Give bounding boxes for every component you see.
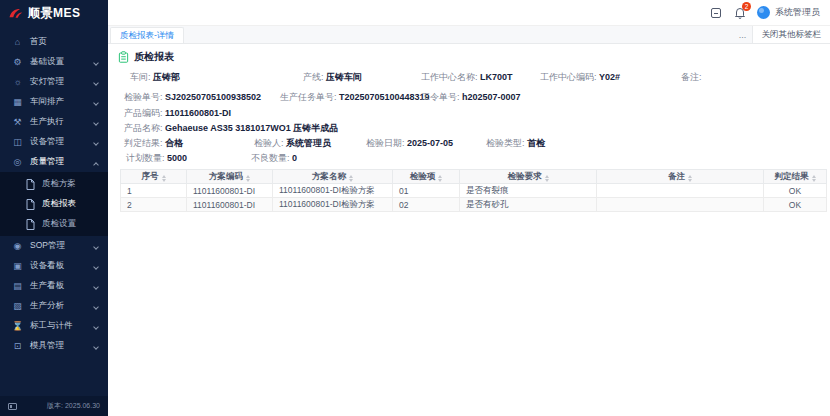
sidebar-item-label: 基础设置 xyxy=(30,56,64,68)
sidebar-item-standard-work-piecework[interactable]: ⌛ 标工与计件 xyxy=(0,316,108,336)
production-execution-icon: ⚒ xyxy=(12,118,23,127)
sidebar-item-workshop-scheduling[interactable]: ▦ 车间排产 xyxy=(0,92,108,112)
standard-work-piecework-icon: ⌛ xyxy=(12,322,23,331)
document-icon xyxy=(26,219,35,230)
column-header-inspection-item[interactable]: 检验项 xyxy=(393,170,460,184)
column-header-seq[interactable]: 序号 xyxy=(121,170,187,184)
sort-icon[interactable] xyxy=(545,175,549,182)
column-header-label: 备注 xyxy=(668,171,685,181)
field-label: 检验日期 xyxy=(366,138,407,148)
sort-icon[interactable] xyxy=(438,175,442,182)
field-inspection-date: 检验日期2025-07-05 xyxy=(366,137,453,150)
sidebar-subitem-inspection-plan[interactable]: 质检方案 xyxy=(0,174,108,194)
sidebar-item-label: 设备管理 xyxy=(30,136,64,148)
sidebar-item-label: 生产执行 xyxy=(30,116,64,128)
cell-judge-result: OK xyxy=(764,198,827,212)
tab-more-button[interactable]: ... xyxy=(734,26,752,43)
equipment-board-icon: ▣ xyxy=(12,262,23,271)
sidebar-item-home[interactable]: ⌂ 首页 xyxy=(0,32,108,52)
home-icon: ⌂ xyxy=(12,38,23,47)
field-remark: 备注 xyxy=(681,71,702,84)
field-value: 首检 xyxy=(527,138,545,148)
field-inspection-type: 检验类型首检 xyxy=(486,137,545,150)
sidebar-item-production-analysis[interactable]: ▧ 生产分析 xyxy=(0,296,108,316)
column-header-inspection-requirement[interactable]: 检验要求 xyxy=(460,170,597,184)
sidebar-subitem-inspection-settings[interactable]: 质检设置 xyxy=(0,214,108,234)
field-workshop: 车间压铸部 xyxy=(130,71,180,84)
sidebar-subitem-inspection-report[interactable]: 质检报表 xyxy=(0,194,108,214)
sidebar-item-basic-settings[interactable]: ⚙ 基础设置 xyxy=(0,52,108,72)
logo: 顺景MES xyxy=(0,0,108,26)
notification-badge: 2 xyxy=(742,2,751,11)
sidebar-collapse-icon[interactable] xyxy=(8,403,17,410)
column-header-label: 方案编码 xyxy=(209,171,243,181)
field-value: 压铸部 xyxy=(153,72,180,82)
user-menu[interactable]: 系统管理员 xyxy=(757,6,820,19)
field-label: 车间 xyxy=(130,72,153,82)
column-header-plan-name[interactable]: 方案名称 xyxy=(273,170,393,184)
cell-remark xyxy=(597,198,764,212)
field-work-center-code: 工作中心编码Y02# xyxy=(540,71,620,84)
fullscreen-icon[interactable] xyxy=(709,6,722,19)
field-judge-result: 判定结果合格 xyxy=(124,137,183,150)
sidebar-item-label: 首页 xyxy=(30,36,47,48)
chevron-down-icon xyxy=(93,120,99,126)
document-icon xyxy=(26,179,35,190)
sidebar-item-andon-management[interactable]: ☼ 安灯管理 xyxy=(0,72,108,92)
field-label: 备注 xyxy=(681,72,702,82)
tabbar-spacer xyxy=(184,26,734,43)
notification-bell-icon[interactable]: 2 xyxy=(733,6,746,19)
field-value: LK700T xyxy=(480,72,513,82)
column-header-plan-code[interactable]: 方案编码 xyxy=(187,170,273,184)
basic-settings-icon: ⚙ xyxy=(12,58,23,67)
sidebar-item-production-board[interactable]: ▤ 生产看板 xyxy=(0,276,108,296)
sidebar-item-sop-management[interactable]: ◉ SOP管理 xyxy=(0,236,108,256)
field-defect-qty: 不良数量0 xyxy=(251,152,297,165)
field-label: 产线 xyxy=(303,72,326,82)
cell-plan-code: 11011600801-DI xyxy=(187,198,273,212)
field-value: 2025-07-05 xyxy=(407,138,453,148)
sort-icon[interactable] xyxy=(812,175,816,182)
avatar xyxy=(757,6,770,19)
sidebar-item-equipment-management[interactable]: ◫ 设备管理 xyxy=(0,132,108,152)
column-header-judge-result[interactable]: 判定结果 xyxy=(764,170,827,184)
sidebar-item-label: 模具管理 xyxy=(30,340,64,352)
quality-management-icon: ◎ xyxy=(12,158,23,167)
sort-icon[interactable] xyxy=(162,175,166,182)
sort-icon[interactable] xyxy=(246,175,250,182)
field-value: Gehaeuse AS35 3181017WO1 压铸半成品 xyxy=(165,123,338,133)
page-title: 质检报表 xyxy=(134,50,174,64)
production-board-icon: ▤ xyxy=(12,282,23,291)
field-plan-qty: 计划数量5000 xyxy=(126,152,187,165)
quality-submenu: 质检方案 质检报表 质检设置 xyxy=(0,172,108,236)
sidebar: 顺景MES ⌂ 首页 ⚙ 基础设置 ☼ 安灯管理 ▦ 车间排产 xyxy=(0,0,108,416)
table-row[interactable]: 2 11011600801-DI 11011600801-DI检验方案 02 是… xyxy=(121,198,827,212)
tabbar: 质检报表-详情 ... 关闭其他标签栏 xyxy=(108,26,830,44)
chevron-down-icon xyxy=(93,100,99,106)
field-label: 不良数量 xyxy=(251,153,292,163)
username: 系统管理员 xyxy=(775,6,820,19)
chevron-down-icon xyxy=(93,140,99,146)
cell-plan-code: 11011600801-DI xyxy=(187,184,273,198)
column-header-remark[interactable]: 备注 xyxy=(597,170,764,184)
sidebar-item-production-execution[interactable]: ⚒ 生产执行 xyxy=(0,112,108,132)
field-label: 工作中心编码 xyxy=(540,72,599,82)
close-other-tabs-button[interactable]: 关闭其他标签栏 xyxy=(752,26,830,43)
chevron-down-icon xyxy=(93,264,99,270)
column-header-label: 判定结果 xyxy=(775,171,809,181)
sop-management-icon: ◉ xyxy=(12,242,23,251)
sort-icon[interactable] xyxy=(688,175,692,182)
tab-inspection-report-detail[interactable]: 质检报表-详情 xyxy=(110,27,184,43)
field-value: h202507-0007 xyxy=(462,92,521,102)
sidebar-item-quality-management[interactable]: ◎ 质量管理 xyxy=(0,152,108,172)
sort-icon[interactable] xyxy=(349,175,353,182)
mold-management-icon: ⊡ xyxy=(12,342,23,351)
sidebar-item-equipment-board[interactable]: ▣ 设备看板 xyxy=(0,256,108,276)
sidebar-item-label: 安灯管理 xyxy=(30,76,64,88)
chevron-down-icon xyxy=(93,80,99,86)
field-work-center-name: 工作中心名称LK700T xyxy=(421,71,513,84)
field-label: 判定结果 xyxy=(124,138,165,148)
table-row[interactable]: 1 11011600801-DI 11011600801-DI检验方案 01 是… xyxy=(121,184,827,198)
chevron-down-icon xyxy=(93,60,99,66)
sidebar-item-mold-management[interactable]: ⊡ 模具管理 xyxy=(0,336,108,356)
